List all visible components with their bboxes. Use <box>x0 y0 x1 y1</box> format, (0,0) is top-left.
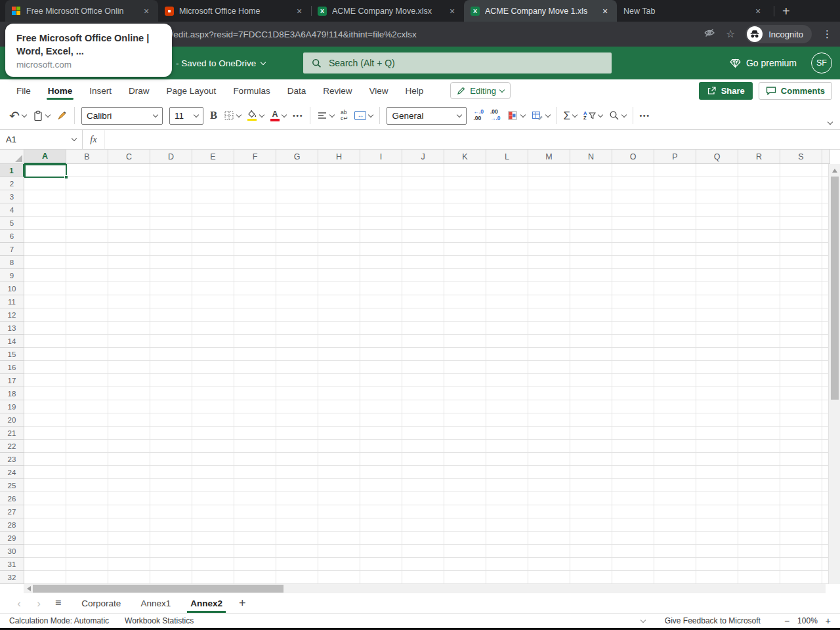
cell-b8[interactable] <box>66 256 108 269</box>
cell-b5[interactable] <box>66 217 108 230</box>
cell-s3[interactable] <box>780 190 822 203</box>
row-header-24[interactable]: 24 <box>0 466 24 479</box>
merge-cells-button[interactable]: ↔ <box>354 111 373 120</box>
saved-status[interactable]: - Saved to OneDrive <box>176 47 265 79</box>
row-header-14[interactable]: 14 <box>0 335 24 348</box>
cell-r14[interactable] <box>738 335 780 348</box>
cell-p9[interactable] <box>654 269 696 282</box>
cell-f32[interactable] <box>234 571 276 584</box>
cell-a11[interactable] <box>24 295 66 308</box>
cell-n30[interactable] <box>570 545 612 558</box>
cell-m28[interactable] <box>528 518 570 532</box>
cell-g5[interactable] <box>276 217 318 230</box>
cell-b12[interactable] <box>66 308 108 322</box>
cell-m9[interactable] <box>528 269 570 282</box>
cell-l20[interactable] <box>486 413 528 427</box>
cell-n17[interactable] <box>570 374 612 387</box>
cell-p4[interactable] <box>654 203 696 217</box>
cell-l2[interactable] <box>486 177 528 190</box>
cell-g19[interactable] <box>276 400 318 413</box>
cell-i24[interactable] <box>360 466 402 479</box>
row-header-26[interactable]: 26 <box>0 492 24 505</box>
cell-n26[interactable] <box>570 492 612 505</box>
cell-d28[interactable] <box>150 518 192 532</box>
bookmark-star-icon[interactable]: ☆ <box>726 29 735 39</box>
calculation-mode[interactable]: Calculation Mode: Automatic <box>9 616 109 625</box>
row-header-30[interactable]: 30 <box>0 545 24 558</box>
tab-close-icon[interactable]: × <box>753 6 763 16</box>
cell-o4[interactable] <box>612 203 654 217</box>
cell-c30[interactable] <box>108 545 150 558</box>
cell-s26[interactable] <box>780 492 822 505</box>
cell-k10[interactable] <box>444 282 486 295</box>
cell-q6[interactable] <box>696 230 738 243</box>
cell-j14[interactable] <box>402 335 444 348</box>
cell-p26[interactable] <box>654 492 696 505</box>
cell-s31[interactable] <box>780 558 822 571</box>
cell-n27[interactable] <box>570 505 612 518</box>
cell-m32[interactable] <box>528 571 570 584</box>
cell-p21[interactable] <box>654 427 696 440</box>
wrap-text-button[interactable]: ab c↵ <box>341 110 348 122</box>
cell-e24[interactable] <box>192 466 234 479</box>
cell-q12[interactable] <box>696 308 738 322</box>
cell-g7[interactable] <box>276 243 318 256</box>
cell-b20[interactable] <box>66 413 108 427</box>
column-header-b[interactable]: B <box>66 150 108 164</box>
cell-a32[interactable] <box>24 571 66 584</box>
cell-a23[interactable] <box>24 453 66 466</box>
cell-d21[interactable] <box>150 427 192 440</box>
cell-m18[interactable] <box>528 387 570 400</box>
cell-o16[interactable] <box>612 361 654 374</box>
format-painter-button[interactable] <box>56 110 68 121</box>
cell-n32[interactable] <box>570 571 612 584</box>
cell-c24[interactable] <box>108 466 150 479</box>
cell-h31[interactable] <box>318 558 360 571</box>
cell-m7[interactable] <box>528 243 570 256</box>
cell-k2[interactable] <box>444 177 486 190</box>
row-header-13[interactable]: 13 <box>0 322 24 335</box>
cell-g15[interactable] <box>276 348 318 361</box>
cell-m11[interactable] <box>528 295 570 308</box>
zoom-level[interactable]: 100% <box>797 616 818 625</box>
cell-d8[interactable] <box>150 256 192 269</box>
cell-r17[interactable] <box>738 374 780 387</box>
cell-e13[interactable] <box>192 322 234 335</box>
cell-a31[interactable] <box>24 558 66 571</box>
cell-r30[interactable] <box>738 545 780 558</box>
cell-h5[interactable] <box>318 217 360 230</box>
cell-g1[interactable] <box>276 164 318 177</box>
cell-p8[interactable] <box>654 256 696 269</box>
workbook-statistics[interactable]: Workbook Statistics <box>125 616 194 625</box>
cell-j23[interactable] <box>402 453 444 466</box>
cell-i25[interactable] <box>360 479 402 492</box>
cell-i4[interactable] <box>360 203 402 217</box>
cell-k22[interactable] <box>444 440 486 453</box>
cell-g30[interactable] <box>276 545 318 558</box>
cell-a22[interactable] <box>24 440 66 453</box>
cell-h6[interactable] <box>318 230 360 243</box>
cell-m24[interactable] <box>528 466 570 479</box>
cell-a6[interactable] <box>24 230 66 243</box>
cell-e29[interactable] <box>192 532 234 545</box>
cell-r16[interactable] <box>738 361 780 374</box>
cell-q14[interactable] <box>696 335 738 348</box>
prev-sheet-icon[interactable]: ‹ <box>9 598 29 609</box>
cell-r7[interactable] <box>738 243 780 256</box>
cell-d15[interactable] <box>150 348 192 361</box>
cell-s7[interactable] <box>780 243 822 256</box>
cell-q10[interactable] <box>696 282 738 295</box>
row-header-16[interactable]: 16 <box>0 361 24 374</box>
cell-r21[interactable] <box>738 427 780 440</box>
cell-i10[interactable] <box>360 282 402 295</box>
horizontal-scroll-thumb[interactable] <box>33 585 284 593</box>
cell-d29[interactable] <box>150 532 192 545</box>
row-header-20[interactable]: 20 <box>0 413 24 427</box>
cell-m12[interactable] <box>528 308 570 322</box>
cell-g23[interactable] <box>276 453 318 466</box>
cell-e32[interactable] <box>192 571 234 584</box>
cell-s13[interactable] <box>780 322 822 335</box>
cell-i22[interactable] <box>360 440 402 453</box>
cell-j6[interactable] <box>402 230 444 243</box>
row-header-32[interactable]: 32 <box>0 571 24 584</box>
